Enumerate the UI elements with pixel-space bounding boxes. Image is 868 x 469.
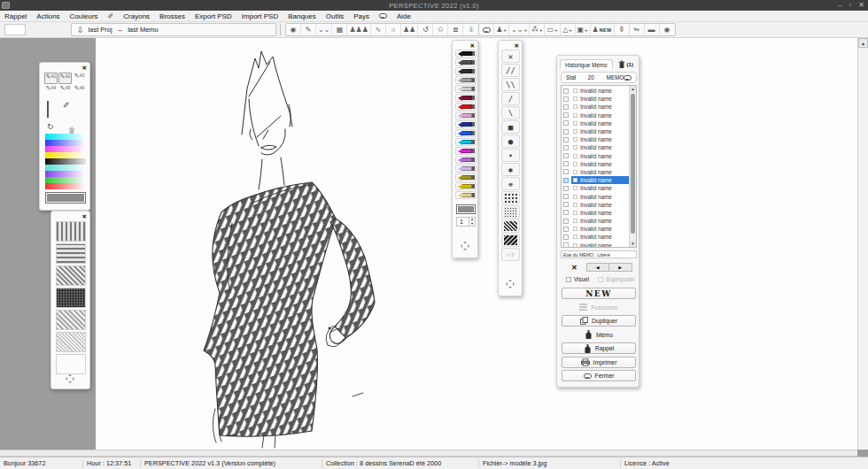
row-checkbox-outer[interactable] [563,242,569,248]
stepper-arrows[interactable]: ▲ ▼ [469,218,475,226]
row-checkbox-outer[interactable] [563,169,569,174]
memo-row[interactable]: Invalid name [562,111,631,119]
minimize-button[interactable]: – [838,0,841,11]
row-checkbox-outer[interactable] [563,234,569,240]
printer-dark-icon[interactable]: ▬ [645,24,660,35]
dot-small-texture[interactable]: • [501,149,520,162]
row-checkbox-outer[interactable] [563,96,569,102]
crayon-color-7[interactable] [455,111,477,119]
scroll-up-icon[interactable]: ▲ [630,86,636,92]
fermer-button[interactable]: Fermer [562,370,636,381]
pattern-swatch-checker[interactable] [56,310,86,330]
crayon-color-10[interactable] [455,138,477,146]
crayon-color-0[interactable] [455,50,477,58]
noise-1-texture[interactable] [501,191,520,204]
download-icon[interactable]: ⇩ [463,24,478,35]
crayon-color-15[interactable] [455,182,477,190]
crayon-color-11[interactable] [455,147,477,155]
row-checkbox-outer[interactable] [563,104,569,110]
new-button[interactable]: NEW [562,288,636,299]
crayon-color-14[interactable] [455,173,477,181]
row-checkbox-outer[interactable] [563,129,569,135]
deselect-icon[interactable]: ✕ [571,264,577,272]
row-checkbox-outer[interactable] [563,178,569,183]
row-checkbox-inner[interactable] [573,129,577,134]
gradient-strip-1[interactable] [45,140,86,146]
last-proj-memo-group[interactable]: ⇩ last Proj → last Memo [71,23,276,36]
memo-row[interactable]: Invalid name [562,103,631,111]
grid-icon[interactable]: ▦ [332,24,347,35]
next-button[interactable]: ▶ [609,263,632,272]
rappel-button[interactable]: Rappel [562,342,636,354]
recycle-icon[interactable]: ♲ [433,24,448,35]
pattern-swatch-weave[interactable] [56,265,86,286]
toolbar-color-box[interactable] [4,24,26,35]
wave-icon[interactable]: ∿ [371,24,386,35]
menu-item-rappel[interactable]: Rappel [4,12,27,20]
crayon-color-13[interactable] [455,165,477,173]
move-handle-icon[interactable] [461,238,469,254]
row-checkbox-outer[interactable] [563,202,569,207]
person-new-icon[interactable]: ♟NEW [591,24,615,35]
menu-item-export-psd[interactable]: Export PSD [195,12,232,20]
row-checkbox-outer[interactable] [563,153,569,158]
list-icon[interactable]: ≣ [448,24,463,35]
person-add-icon[interactable]: ♟+ [494,24,509,35]
memo-list[interactable]: Invalid nameInvalid nameInvalid nameInva… [561,85,637,248]
memo-row[interactable]: Invalid name [562,168,631,176]
double-slash-texture[interactable]: // [501,64,520,77]
pattern-swatch-fine-checker[interactable] [56,332,86,352]
noise-4-texture[interactable] [501,234,520,247]
menu-item-banques[interactable]: Banques [288,12,316,20]
canvas-vertical-scrollbar[interactable]: ▴ [857,38,868,450]
chat-icon[interactable] [479,24,494,35]
close-button[interactable]: ✕ [858,0,864,11]
dark-eye-icon[interactable]: ◉ [660,24,675,35]
memo-row[interactable]: Invalid name [562,217,631,225]
row-checkbox-inner[interactable] [573,211,577,215]
row-checkbox-inner[interactable] [573,145,577,150]
furniture-add-icon[interactable]: ▭+ [545,24,560,35]
circle-icon[interactable]: ○ [386,24,401,35]
network-add-icon[interactable]: ⁂+ [530,24,546,35]
menu-item-import-psd[interactable]: Import PSD [242,12,278,20]
eye-icon[interactable]: ◉ [286,24,301,35]
brush-icon[interactable]: ✐ [108,12,114,20]
crayon-color-16[interactable] [455,191,477,199]
noise-3-texture[interactable] [501,219,520,233]
crayon-color-12[interactable] [455,156,477,164]
memo-row[interactable]: Invalid name [562,192,631,200]
refresh-icon[interactable]: ↺ [418,24,433,35]
memo-row[interactable]: Invalid name [562,135,631,143]
fusionner-button[interactable]: Fusionner [562,302,636,313]
menu-item-couleurs[interactable]: Couleurs [70,12,98,20]
close-icon[interactable]: ✕ [470,42,475,49]
gradient-strip-0[interactable] [45,134,86,140]
row-checkbox-inner[interactable] [573,234,577,239]
row-checkbox-inner[interactable] [573,195,577,199]
menu-item-aide[interactable]: Aide [397,12,411,20]
canvas-horizontal-scrollbar[interactable] [0,450,857,457]
pattern-swatch-dark-grid[interactable] [56,288,86,308]
crayon-color-8[interactable] [455,120,477,128]
row-checkbox-outer[interactable] [563,219,569,224]
lasso-icon[interactable]: ↬ [630,24,645,35]
crayon-color-1[interactable] [455,58,477,66]
row-checkbox-outer[interactable] [563,186,569,191]
superposer-checkbox[interactable]: Superposer [598,276,635,282]
close-icon[interactable]: ✕ [515,42,519,49]
splat-large-texture[interactable]: ❋ [501,177,520,190]
memo-row[interactable]: Invalid name [562,184,631,192]
memo-row[interactable]: Invalid name [562,242,631,248]
memo-row[interactable]: Invalid name [562,209,631,217]
memo-row[interactable]: Invalid name [562,87,631,95]
pattern-swatch-vertical-stripes[interactable] [56,221,86,242]
close-icon[interactable]: ✕ [82,213,87,219]
memo-row[interactable]: Invalid name [562,201,631,209]
dupliquer-button[interactable]: Dupliquer [562,315,636,327]
row-checkbox-inner[interactable] [573,154,577,158]
gradient-strip-5[interactable] [45,165,86,171]
close-icon[interactable]: ✕ [82,65,87,71]
gradient-strip-7[interactable] [45,177,86,183]
row-checkbox-outer[interactable] [563,120,569,126]
